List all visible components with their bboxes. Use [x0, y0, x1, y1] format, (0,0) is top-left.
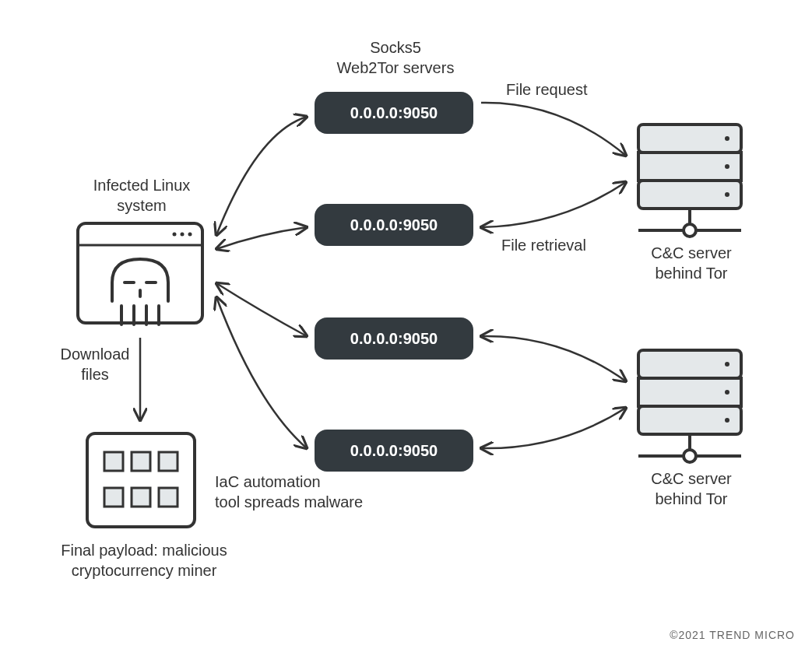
- svg-rect-16: [104, 488, 123, 507]
- download-line1: Download: [61, 346, 130, 363]
- copyright-text: ©2021 TREND MICRO: [670, 629, 795, 641]
- iac-label: IaC automation tool spreads malware: [215, 472, 378, 512]
- svg-point-35: [725, 390, 729, 395]
- svg-rect-18: [159, 488, 178, 507]
- proxy-ip-3: 0.0.0.0:9050: [350, 330, 438, 348]
- proxy-server-1: 0.0.0.0:9050: [315, 92, 473, 134]
- proxy-server-3: 0.0.0.0:9050: [315, 317, 473, 360]
- iac-line1: IaC automation: [215, 473, 321, 490]
- cc1-line2: behind Tor: [655, 265, 727, 282]
- payload-icon: [84, 430, 198, 530]
- svg-rect-15: [159, 452, 178, 471]
- cc2-line1: C&C server: [651, 470, 731, 487]
- svg-point-27: [684, 224, 696, 237]
- infected-line1: Infected Linux: [93, 177, 191, 194]
- proxy-ip-4: 0.0.0.0:9050: [350, 442, 438, 460]
- proxy-ip-2: 0.0.0.0:9050: [350, 216, 438, 234]
- svg-point-36: [725, 418, 729, 423]
- cc2-line2: behind Tor: [655, 490, 727, 507]
- cc1-line1: C&C server: [651, 244, 731, 261]
- cc-server-label-1: C&C server behind Tor: [638, 243, 744, 283]
- svg-point-25: [725, 192, 729, 197]
- svg-point-2: [173, 233, 177, 237]
- proxy-server-2: 0.0.0.0:9050: [315, 204, 473, 246]
- svg-point-24: [725, 164, 729, 169]
- svg-point-34: [725, 362, 729, 367]
- svg-rect-17: [132, 488, 150, 507]
- svg-point-23: [725, 136, 729, 141]
- payload-line2: cryptocurrency miner: [72, 562, 217, 579]
- socks5-line1: Socks5: [370, 39, 421, 56]
- proxy-server-4: 0.0.0.0:9050: [315, 430, 473, 472]
- svg-rect-0: [78, 223, 202, 323]
- cc-server-icon-2: [635, 347, 744, 478]
- infected-line2: system: [117, 197, 166, 214]
- svg-rect-14: [132, 452, 150, 471]
- svg-point-38: [684, 450, 696, 462]
- file-retrieval-label: File retrieval: [501, 235, 610, 255]
- svg-rect-12: [87, 433, 195, 527]
- infected-system-label: Infected Linux system: [83, 175, 200, 216]
- download-files-label: Download files: [48, 344, 142, 384]
- svg-point-4: [188, 233, 192, 237]
- svg-point-3: [181, 233, 185, 237]
- payload-label: Final payload: malicious cryptocurrency …: [47, 540, 241, 581]
- cc-server-label-2: C&C server behind Tor: [638, 468, 744, 509]
- infected-linux-icon: [75, 220, 206, 326]
- download-line2: files: [81, 366, 109, 383]
- cc-server-icon-1: [635, 121, 744, 252]
- iac-line2: tool spreads malware: [215, 493, 363, 510]
- socks5-label: Socks5 Web2Tor servers: [311, 37, 480, 78]
- proxy-ip-1: 0.0.0.0:9050: [350, 104, 438, 122]
- payload-line1: Final payload: malicious: [61, 542, 227, 559]
- socks5-line2: Web2Tor servers: [337, 59, 455, 76]
- file-request-label: File request: [506, 79, 607, 100]
- svg-rect-13: [104, 452, 123, 471]
